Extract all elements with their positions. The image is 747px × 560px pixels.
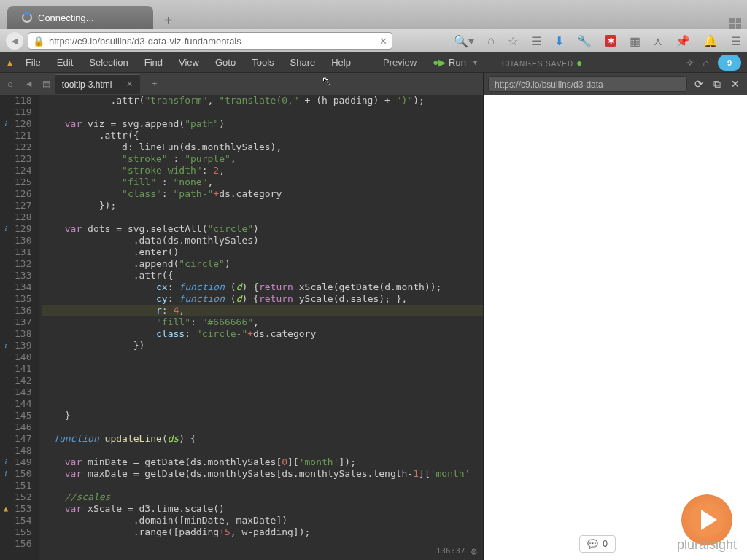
wrench-icon[interactable]: 🔧 — [577, 34, 592, 48]
extension-icon[interactable]: ▦ — [630, 34, 640, 48]
save-status: CHANGES SAVED ● — [502, 57, 584, 69]
file-tabs: ○ ◄ ▤ tooltip-3.html ✕ + — [0, 73, 483, 95]
browser-tab[interactable]: Connecting... — [7, 6, 153, 29]
ide-container: ▲ File Edit Selection Find View Goto Too… — [0, 52, 747, 560]
url-input[interactable]: 🔒 https://c9.io/bsullins/d3-data-viz-fun… — [28, 32, 392, 50]
menu-goto[interactable]: Goto — [208, 54, 243, 71]
extension-red-icon[interactable]: ✱ — [605, 35, 616, 47]
menu-view[interactable]: View — [171, 54, 206, 71]
ide-menubar: ▲ File Edit Selection Find View Goto Too… — [0, 52, 747, 73]
preview-button[interactable]: Preview — [376, 54, 424, 71]
file-tab-label: tooltip-3.html — [62, 79, 112, 90]
reload-icon[interactable]: ⟳ — [692, 78, 706, 90]
search-icon[interactable]: 🔍▾ — [454, 34, 474, 48]
preview-pane: https://c9.io/bsullins/d3-data- ⟳ ⧉ ✕ — [483, 73, 747, 560]
address-bar: ◄ 🔒 https://c9.io/bsullins/d3-data-viz-f… — [0, 29, 747, 52]
close-tab-icon[interactable]: ✕ — [126, 79, 133, 89]
cloud9-logo[interactable]: 9 — [718, 55, 741, 71]
run-button[interactable]: ●▶ Run ▼ — [425, 54, 486, 71]
browser-tabs: Connecting... + — [0, 0, 747, 29]
cursor-status: 136:37 ⚙ — [436, 545, 477, 557]
url-text: https://c9.io/bsullins/d3-data-viz-funda… — [49, 36, 241, 47]
menu-edit[interactable]: Edit — [50, 54, 80, 71]
menu-icon[interactable]: ☰ — [731, 34, 741, 48]
tab-misc[interactable]: ○ — [0, 75, 20, 93]
menu-find[interactable]: Find — [137, 54, 170, 71]
add-tab-button[interactable]: + — [147, 79, 161, 89]
loading-spinner-icon — [22, 12, 32, 23]
share-graph-icon[interactable]: ✧ — [686, 57, 694, 69]
popout-icon[interactable]: ⧉ — [711, 78, 724, 90]
chat-count: 0 — [603, 539, 608, 549]
rss-icon[interactable]: ⋏ — [654, 34, 662, 48]
gear-icon[interactable]: ⚙ — [471, 545, 477, 557]
menu-help[interactable]: Help — [324, 54, 358, 71]
chat-icon: 💬 — [587, 539, 598, 549]
preview-content[interactable] — [484, 95, 747, 560]
chat-bubble[interactable]: 💬 0 — [579, 535, 616, 553]
grid-icon[interactable] — [729, 18, 741, 29]
menu-file[interactable]: File — [18, 54, 48, 71]
bell-icon[interactable]: 🔔 — [703, 34, 718, 48]
close-preview-icon[interactable]: ✕ — [728, 78, 743, 90]
tab-collapse[interactable]: ▤ — [38, 79, 55, 89]
stop-icon[interactable]: ✕ — [379, 36, 387, 47]
new-tab-button[interactable]: + — [153, 12, 184, 29]
tab-title: Connecting... — [38, 12, 94, 23]
download-icon[interactable]: ⬇ — [554, 34, 564, 48]
tab-nav-left[interactable]: ◄ — [20, 79, 38, 89]
warning-icon[interactable]: ▲ — [6, 58, 14, 67]
home-icon[interactable]: ⌂ — [487, 34, 495, 47]
file-tab-active[interactable]: tooltip-3.html ✕ — [55, 74, 141, 94]
lock-icon: 🔒 — [33, 36, 44, 47]
caret-down-icon: ▼ — [472, 59, 479, 66]
preview-url-input[interactable]: https://c9.io/bsullins/d3-data- — [488, 76, 687, 92]
pin-icon[interactable]: 📌 — [676, 34, 690, 48]
menu-selection[interactable]: Selection — [82, 54, 135, 71]
star-icon[interactable]: ☆ — [508, 34, 518, 48]
home-ide-icon[interactable]: ⌂ — [703, 57, 709, 69]
code-editor[interactable]: iiiii▲ 118119120121122123124125126127128… — [0, 95, 483, 560]
list-icon[interactable]: ☰ — [531, 34, 541, 48]
menu-tools[interactable]: Tools — [244, 54, 281, 71]
editor-pane: ○ ◄ ▤ tooltip-3.html ✕ + iiiii▲ 11811912… — [0, 73, 483, 560]
pluralsight-watermark: pluralsight — [677, 537, 737, 553]
back-button[interactable]: ◄ — [6, 32, 23, 50]
menu-share[interactable]: Share — [283, 54, 323, 71]
preview-header: https://c9.io/bsullins/d3-data- ⟳ ⧉ ✕ — [484, 73, 747, 95]
browser-toolbar: 🔍▾ ⌂ ☆ ☰ ⬇ 🔧 ✱ ▦ ⋏ 📌 🔔 ☰ — [454, 34, 741, 48]
play-icon: ●▶ — [433, 57, 446, 68]
